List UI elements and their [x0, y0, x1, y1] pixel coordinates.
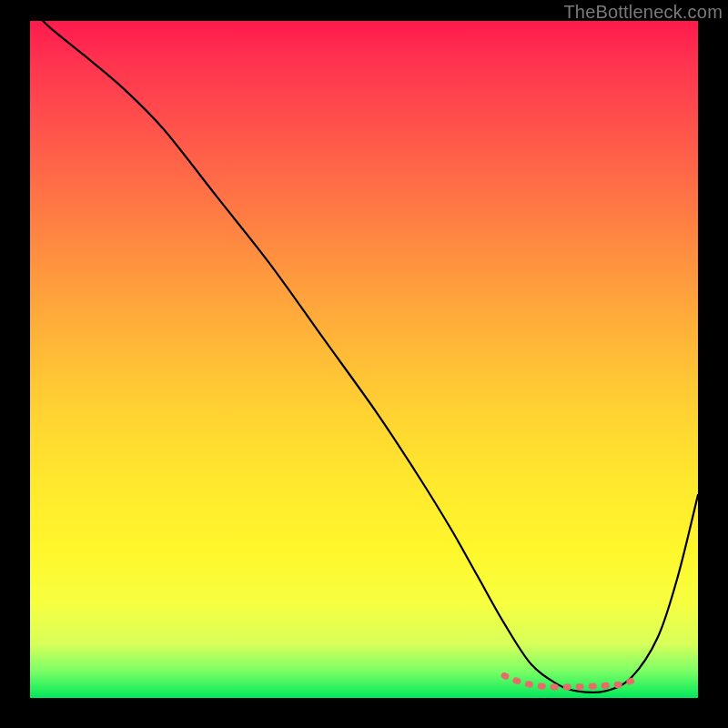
watermark-text: TheBottleneck.com: [563, 2, 723, 23]
highlight-segment: [504, 675, 638, 687]
plot-area: [30, 21, 698, 698]
chart-svg: [30, 21, 698, 698]
bottleneck-curve: [30, 21, 698, 693]
